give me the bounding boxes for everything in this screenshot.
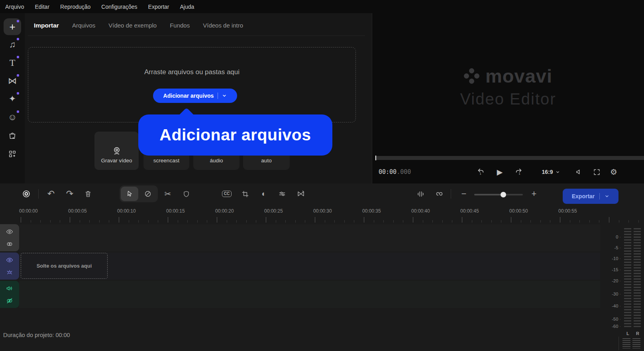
zoom-slider-fill	[474, 194, 503, 195]
audio-track-lane[interactable]	[19, 281, 600, 308]
step-forward-button[interactable]: 1	[512, 163, 526, 181]
db-label: 0	[616, 235, 621, 239]
db-label: -30	[612, 292, 621, 296]
movavi-video-editor-window: Arquivo Editar Reprodução Configurações …	[0, 0, 644, 351]
text-icon: T	[10, 58, 16, 67]
menu-arquivo[interactable]: Arquivo	[5, 4, 24, 10]
seekbar-playhead[interactable]	[375, 156, 376, 160]
zoom-slider-knob[interactable]	[501, 192, 506, 197]
rail-store-button[interactable]	[4, 127, 21, 144]
overlay-track-lane[interactable]	[19, 224, 600, 251]
zoom-in-button[interactable]: +	[527, 187, 541, 201]
fullscreen-button[interactable]	[590, 163, 603, 181]
auto-label: auto	[251, 157, 283, 170]
video-clip-burst-icon[interactable]	[5, 268, 14, 277]
track-dropzone[interactable]: Solte os arquivos aqui	[21, 253, 108, 279]
rail-transitions-button[interactable]: ⋈	[4, 73, 21, 89]
rail-more-tools-button[interactable]	[4, 146, 21, 162]
razor-tool-button[interactable]	[139, 187, 157, 201]
redo-button[interactable]: ↷	[63, 187, 77, 201]
timeline-ruler[interactable]: 00:00:00 00:00:05 00:00:10 00:00:15 00:0…	[0, 204, 644, 223]
edit-tool-group	[120, 185, 158, 202]
menu-editar[interactable]: Editar	[35, 4, 49, 10]
ruler-label: 00:00:25	[264, 208, 283, 214]
audio-meter-button[interactable]	[622, 338, 642, 349]
tab-arquivos[interactable]: Arquivos	[72, 22, 95, 29]
chevron-down-icon	[605, 194, 609, 199]
menu-exportar[interactable]: Exportar	[148, 4, 169, 10]
crop-button[interactable]	[238, 187, 252, 201]
audio-track	[0, 281, 600, 308]
zoom-out-button[interactable]: −	[457, 187, 471, 201]
audio-label: áudio	[200, 157, 232, 170]
new-badge	[17, 20, 19, 22]
delete-button[interactable]	[81, 187, 95, 201]
record-video-card[interactable]: Gravar vídeo	[94, 132, 139, 170]
tab-videos-de-intro[interactable]: Vídeos de intro	[203, 22, 243, 29]
tooltip-text: Adicionar arquivos	[159, 126, 311, 144]
record-button[interactable]	[19, 187, 33, 201]
meter-led-left	[624, 228, 631, 329]
speaker-wave-icon[interactable]	[5, 284, 14, 293]
music-note-icon: ♫	[9, 40, 16, 49]
audio-properties-button[interactable]	[413, 187, 428, 201]
menu-bar: Arquivo Editar Reprodução Configurações …	[0, 0, 644, 13]
sparkle-icon: ✦	[9, 95, 16, 103]
timeline-zoom-slider[interactable]	[474, 194, 523, 195]
right-channel-label: R	[636, 331, 639, 336]
cut-scissors-button[interactable]: ✂	[161, 187, 175, 201]
gear-icon[interactable]: ⚙	[607, 163, 620, 181]
menu-configuracoes[interactable]: Configurações	[101, 4, 137, 10]
mute-speaker-button[interactable]	[572, 163, 585, 181]
undo-button[interactable]: ↶	[44, 187, 58, 201]
menu-reproducao[interactable]: Reprodução	[60, 4, 90, 10]
link-icon[interactable]	[5, 240, 14, 248]
transition-wizard-button[interactable]	[294, 187, 308, 201]
timeline-panel: ↶ ↷ ✂ CC	[0, 183, 644, 351]
audio-level-meter: 0 -5 -10 -15 -20 -30 -40 -50 -60 L R	[600, 223, 644, 351]
rail-stickers-button[interactable]: ☺	[4, 109, 21, 126]
transition-icon: ⋈	[8, 77, 17, 85]
preview-seekbar[interactable]	[375, 156, 644, 160]
db-label: -15	[612, 267, 621, 272]
preview-panel: movavi Video Editor 00:00.000 1 ▶ 1 16:9	[372, 13, 644, 183]
aspect-ratio-dropdown[interactable]: 16:9	[540, 163, 562, 181]
rail-titles-button[interactable]: T	[4, 54, 21, 71]
rail-effects-button[interactable]: ✦	[4, 91, 21, 107]
ruler-label: 00:00:10	[117, 208, 136, 214]
screencast-label: screencast	[145, 157, 188, 170]
ruler-label: 00:00:20	[215, 208, 234, 214]
clip-properties-button[interactable]	[275, 187, 289, 201]
tab-importar[interactable]: Importar	[34, 22, 59, 29]
file-dropzone[interactable]: Arraste arquivos ou pastas aqui Adiciona…	[28, 47, 356, 122]
captions-button[interactable]: CC	[220, 187, 234, 201]
db-label: -60	[612, 324, 621, 329]
toolbar-divider	[38, 189, 39, 199]
import-panel: Importar Arquivos Vídeo de exemplo Fundo…	[25, 13, 372, 183]
export-button[interactable]: Exportar	[563, 189, 618, 204]
new-badge	[17, 92, 19, 95]
video-track-lane[interactable]: Solte os arquivos aqui	[19, 252, 600, 280]
rail-music-button[interactable]: ♫	[4, 36, 21, 53]
color-adjustments-button[interactable]: ◐	[257, 187, 271, 201]
rail-import-media-button[interactable]: +	[4, 18, 21, 35]
apps-grid-icon	[8, 150, 17, 158]
play-button[interactable]: ▶	[493, 163, 507, 181]
step-backward-button[interactable]: 1	[474, 163, 487, 181]
db-label: -40	[612, 304, 621, 308]
add-files-button[interactable]: Adicionar arquivos	[153, 89, 237, 103]
pointer-tool-button[interactable]	[121, 187, 138, 201]
ruler-label: 00:00:45	[460, 208, 479, 214]
unlink-icon[interactable]	[5, 296, 14, 305]
eye-icon[interactable]	[5, 227, 14, 236]
linking-tool-button[interactable]	[432, 187, 446, 201]
tab-fundos[interactable]: Fundos	[170, 22, 190, 29]
eye-icon[interactable]	[5, 256, 14, 264]
marker-button[interactable]	[179, 187, 193, 201]
overlay-track	[0, 224, 600, 251]
aspect-ratio-value: 16:9	[542, 169, 553, 175]
tab-video-de-exemplo[interactable]: Vídeo de exemplo	[108, 22, 157, 29]
plus-icon: +	[9, 22, 15, 32]
ruler-label: 00:00:15	[166, 208, 185, 214]
menu-ajuda[interactable]: Ajuda	[180, 4, 194, 10]
